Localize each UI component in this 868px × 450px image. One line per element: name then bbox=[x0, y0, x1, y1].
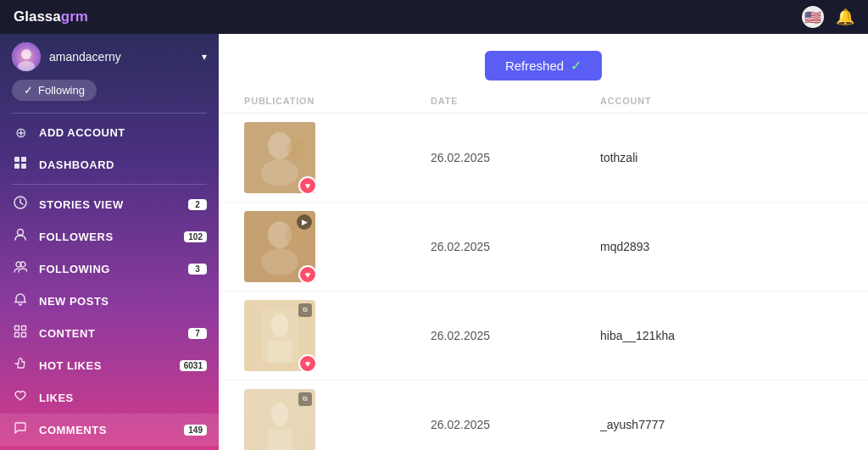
bell-outline-icon bbox=[12, 292, 29, 309]
date-cell: 26.02.2025 bbox=[431, 151, 600, 164]
content-badge: 7 bbox=[188, 328, 207, 339]
table-row: ♥ 26.02.2025 tothzali bbox=[219, 114, 868, 203]
svg-point-2 bbox=[18, 61, 35, 71]
chat-icon bbox=[12, 421, 29, 438]
sidebar-item-likes[interactable]: LIKES bbox=[0, 381, 219, 414]
svg-rect-11 bbox=[15, 326, 19, 331]
image-icon2: ⧉ bbox=[298, 392, 312, 406]
svg-point-18 bbox=[287, 138, 306, 160]
following-button[interactable]: ✓ Following bbox=[12, 80, 97, 101]
people-icon bbox=[12, 260, 29, 277]
heart-badge: ♥ bbox=[298, 354, 317, 373]
svg-point-17 bbox=[261, 159, 298, 186]
svg-rect-3 bbox=[14, 157, 19, 162]
account-selector[interactable]: amandacerny ▾ bbox=[0, 34, 219, 80]
svg-point-28 bbox=[271, 403, 288, 426]
stories-badge: 2 bbox=[188, 199, 207, 210]
topbar-right: 🇺🇸 🔔 bbox=[802, 6, 868, 28]
following-badge: 3 bbox=[188, 264, 207, 275]
table-row: ⧉ ♥ 26.02.2025 hiba__121kha bbox=[219, 292, 868, 381]
svg-point-25 bbox=[271, 314, 288, 337]
app-logo: Glassagrm bbox=[0, 8, 88, 25]
heart-icon bbox=[12, 389, 29, 406]
account-cell: hiba__121kha bbox=[600, 329, 770, 342]
sidebar-item-add-account[interactable]: ⊕ ADD ACCOUNT bbox=[0, 117, 219, 148]
bell-icon[interactable]: 🔔 bbox=[836, 8, 854, 26]
sidebar-item-hot-likes[interactable]: HOT LIKES 6031 bbox=[0, 349, 219, 381]
account-cell: tothzali bbox=[600, 151, 770, 164]
date-cell: 26.02.2025 bbox=[431, 329, 600, 342]
svg-rect-29 bbox=[268, 430, 292, 450]
table-row: ⧉ 26.02.2025 _ayush7777 bbox=[219, 381, 868, 450]
following-check-icon: ✓ bbox=[24, 84, 33, 97]
table-header: PUBLICATION DATE ACCOUNT bbox=[219, 89, 868, 114]
sidebar-item-following[interactable]: FOLLOWING 3 bbox=[0, 253, 219, 285]
dashboard-icon bbox=[12, 156, 29, 173]
refresh-button[interactable]: Refreshed ✓ bbox=[485, 51, 602, 81]
date-cell: 26.02.2025 bbox=[431, 418, 600, 431]
heart-badge: ♥ bbox=[298, 176, 317, 195]
comments-badge: 149 bbox=[184, 425, 207, 436]
person-icon bbox=[12, 228, 29, 245]
check-icon: ✓ bbox=[570, 58, 581, 74]
followers-badge: 102 bbox=[184, 231, 207, 242]
avatar bbox=[12, 42, 41, 71]
clock-icon bbox=[12, 196, 29, 213]
col-date: DATE bbox=[431, 96, 600, 106]
sidebar: amandacerny ▾ ✓ Following ⊕ ADD ACCOUNT … bbox=[0, 34, 219, 450]
publication-thumb[interactable]: ♥ bbox=[244, 122, 315, 193]
divider2 bbox=[12, 184, 207, 185]
grid-icon bbox=[12, 325, 29, 342]
sidebar-item-dashboard[interactable]: DASHBOARD bbox=[0, 148, 219, 181]
account-cell: mqd2893 bbox=[600, 240, 770, 253]
svg-point-1 bbox=[21, 49, 31, 59]
heart-badge: ♥ bbox=[298, 265, 317, 284]
topbar: Glassagrm 🇺🇸 🔔 bbox=[0, 0, 868, 34]
svg-rect-26 bbox=[268, 341, 292, 363]
svg-rect-13 bbox=[15, 333, 19, 337]
sidebar-item-followers[interactable]: FOLLOWERS 102 bbox=[0, 220, 219, 253]
svg-rect-4 bbox=[21, 157, 26, 162]
hot-likes-badge: 6031 bbox=[180, 360, 207, 371]
sidebar-item-content[interactable]: CONTENT 7 bbox=[0, 317, 219, 349]
sidebar-item-new-posts[interactable]: NEW POSTS bbox=[0, 285, 219, 317]
svg-point-8 bbox=[18, 230, 24, 236]
svg-rect-6 bbox=[21, 164, 26, 169]
publication-thumb[interactable]: ⧉ bbox=[244, 389, 315, 450]
svg-rect-5 bbox=[14, 164, 19, 169]
svg-point-21 bbox=[261, 248, 298, 275]
sidebar-item-stories-view[interactable]: STORIES VIEW 2 bbox=[0, 188, 219, 220]
publication-thumb[interactable]: ⧉ ♥ bbox=[244, 300, 315, 371]
sidebar-item-comments[interactable]: COMMENTS 149 bbox=[0, 414, 219, 446]
divider bbox=[12, 113, 207, 114]
table-row: ▶ ♥ 26.02.2025 mqd2893 bbox=[219, 203, 868, 292]
flag-icon[interactable]: 🇺🇸 bbox=[802, 6, 824, 28]
refresh-bar: Refreshed ✓ bbox=[219, 34, 868, 89]
col-publication: PUBLICATION bbox=[244, 96, 431, 106]
chevron-down-icon: ▾ bbox=[202, 51, 207, 63]
main-content: Refreshed ✓ PUBLICATION DATE ACCOUNT bbox=[219, 34, 868, 450]
image-icon: ⧉ bbox=[298, 303, 312, 317]
col-account: ACCOUNT bbox=[600, 96, 770, 106]
play-icon: ▶ bbox=[297, 214, 312, 230]
svg-rect-14 bbox=[22, 333, 26, 337]
account-name: amandacerny bbox=[49, 50, 193, 64]
account-cell: _ayush7777 bbox=[600, 418, 770, 431]
plus-circle-icon: ⊕ bbox=[12, 125, 29, 141]
date-cell: 26.02.2025 bbox=[431, 240, 600, 253]
thumbsup-icon bbox=[12, 357, 29, 374]
publication-thumb[interactable]: ▶ ♥ bbox=[244, 211, 315, 282]
svg-rect-12 bbox=[22, 326, 26, 331]
